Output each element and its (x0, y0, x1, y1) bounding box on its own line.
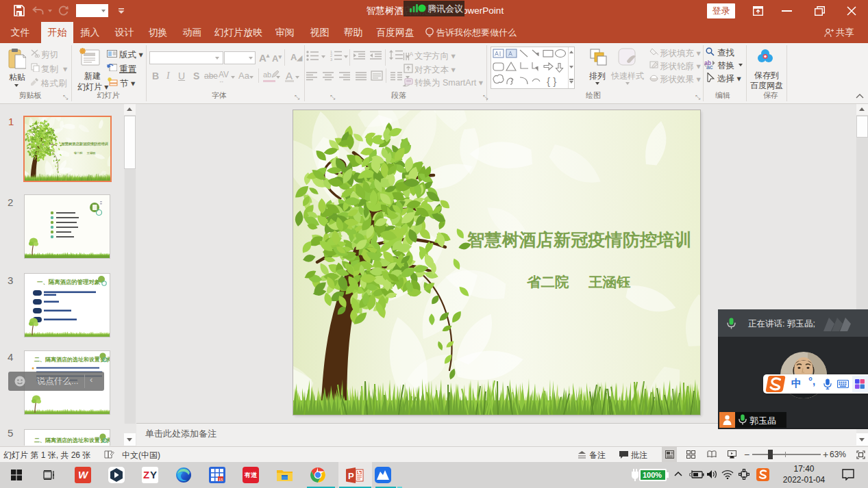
svg-text:15: 15 (219, 478, 223, 482)
svg-text:3: 3 (330, 57, 332, 62)
svg-text:二、隔离酒店的选址和设置要求: 二、隔离酒店的选址和设置要求 (34, 437, 110, 444)
svg-text:A: A (410, 51, 414, 57)
svg-text:P: P (348, 471, 354, 481)
svg-text:二、隔离酒店的选址和设置要求: 二、隔离酒店的选址和设置要求 (34, 356, 110, 363)
svg-text:ac: ac (706, 64, 713, 69)
svg-text:100%: 100% (643, 471, 662, 479)
svg-text:一、隔离酒店的管理对象: 一、隔离酒店的管理对象 (37, 279, 101, 285)
svg-text:{ }: { } (547, 75, 556, 87)
